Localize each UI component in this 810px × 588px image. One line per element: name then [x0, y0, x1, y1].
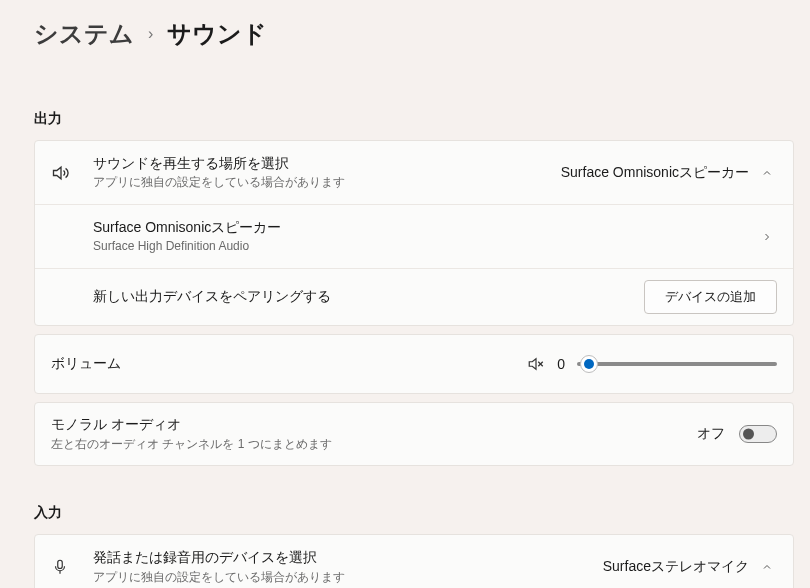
- chevron-right-icon: ›: [148, 25, 153, 43]
- mono-toggle[interactable]: [739, 425, 777, 443]
- volume-card: ボリューム 0: [34, 334, 794, 394]
- output-pair-row: 新しい出力デバイスをペアリングする デバイスの追加: [35, 269, 793, 325]
- mono-audio-card: モノラル オーディオ 左と右のオーディオ チャンネルを 1 つにまとめます オフ: [34, 402, 794, 466]
- output-current-device: Surface Omnisonicスピーカー: [561, 164, 749, 182]
- volume-label: ボリューム: [51, 355, 121, 373]
- slider-thumb[interactable]: [580, 355, 598, 373]
- input-select-title: 発話または録音用のデバイスを選択: [93, 548, 603, 568]
- add-device-button[interactable]: デバイスの追加: [644, 280, 777, 314]
- output-select-title: サウンドを再生する場所を選択: [93, 154, 561, 174]
- microphone-icon: [51, 558, 93, 576]
- section-input-header: 入力: [34, 504, 794, 522]
- chevron-up-icon: [757, 561, 777, 573]
- volume-value: 0: [557, 356, 565, 372]
- output-device-name: Surface Omnisonicスピーカー: [93, 218, 757, 238]
- input-select-subtitle: アプリに独自の設定をしている場合があります: [93, 568, 603, 586]
- mute-icon[interactable]: [527, 355, 545, 373]
- output-select-subtitle: アプリに独自の設定をしている場合があります: [93, 173, 561, 191]
- breadcrumb: システム › サウンド: [34, 18, 794, 50]
- input-current-device: Surfaceステレオマイク: [603, 558, 749, 576]
- volume-slider[interactable]: [577, 352, 777, 376]
- chevron-up-icon: [757, 167, 777, 179]
- mono-subtitle: 左と右のオーディオ チャンネルを 1 つにまとめます: [51, 435, 697, 453]
- chevron-right-icon: [757, 231, 777, 243]
- mono-title: モノラル オーディオ: [51, 415, 697, 435]
- input-device-group: 発話または録音用のデバイスを選択 アプリに独自の設定をしている場合があります S…: [34, 534, 794, 588]
- breadcrumb-level1[interactable]: システム: [34, 18, 134, 50]
- section-output-header: 出力: [34, 110, 794, 128]
- output-select-row[interactable]: サウンドを再生する場所を選択 アプリに独自の設定をしている場合があります Sur…: [35, 141, 793, 205]
- mono-state-label: オフ: [697, 425, 725, 443]
- input-select-row[interactable]: 発話または録音用のデバイスを選択 アプリに独自の設定をしている場合があります S…: [35, 535, 793, 588]
- output-device-desc: Surface High Definition Audio: [93, 237, 757, 255]
- output-pair-label: 新しい出力デバイスをペアリングする: [93, 287, 644, 307]
- speaker-icon: [51, 163, 93, 183]
- output-device-group: サウンドを再生する場所を選択 アプリに独自の設定をしている場合があります Sur…: [34, 140, 794, 326]
- page-title: サウンド: [167, 18, 267, 50]
- output-device-item[interactable]: Surface Omnisonicスピーカー Surface High Defi…: [35, 205, 793, 269]
- svg-rect-2: [58, 560, 63, 568]
